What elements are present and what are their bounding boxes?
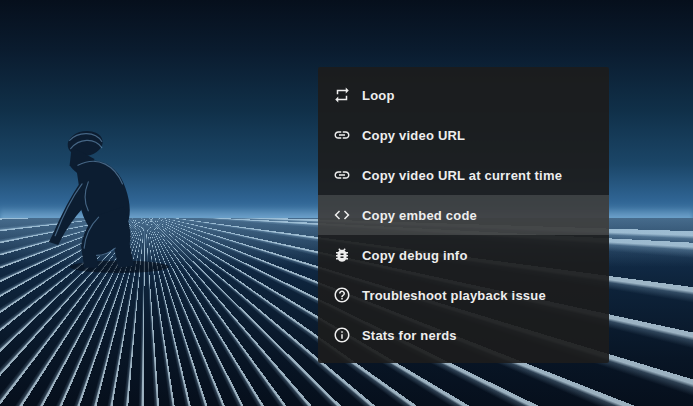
loop-icon [333, 86, 351, 104]
menu-item-loop[interactable]: Loop [318, 75, 609, 115]
menu-item-copy-debug-info[interactable]: Copy debug info [318, 235, 609, 275]
context-menu: LoopCopy video URLCopy video URL at curr… [318, 67, 609, 363]
info-icon [333, 326, 351, 344]
menu-item-copy-embed-code[interactable]: Copy embed code [318, 195, 609, 235]
menu-item-label: Troubleshoot playback issue [362, 288, 546, 303]
bug-icon [333, 246, 351, 264]
help-icon [333, 286, 351, 304]
menu-item-troubleshoot-playback-issue[interactable]: Troubleshoot playback issue [318, 275, 609, 315]
menu-item-label: Copy video URL [362, 128, 465, 143]
menu-item-copy-video-url-at-current-time[interactable]: Copy video URL at current time [318, 155, 609, 195]
menu-item-stats-for-nerds[interactable]: Stats for nerds [318, 315, 609, 355]
menu-item-label: Copy embed code [362, 208, 477, 223]
menu-item-label: Loop [362, 88, 395, 103]
menu-item-copy-video-url[interactable]: Copy video URL [318, 115, 609, 155]
link-icon [333, 166, 351, 184]
menu-item-label: Copy debug info [362, 248, 468, 263]
menu-item-label: Copy video URL at current time [362, 168, 562, 183]
menu-item-label: Stats for nerds [362, 328, 457, 343]
link-icon [333, 126, 351, 144]
video-player[interactable]: LoopCopy video URLCopy video URL at curr… [0, 0, 693, 406]
code-icon [333, 206, 351, 224]
